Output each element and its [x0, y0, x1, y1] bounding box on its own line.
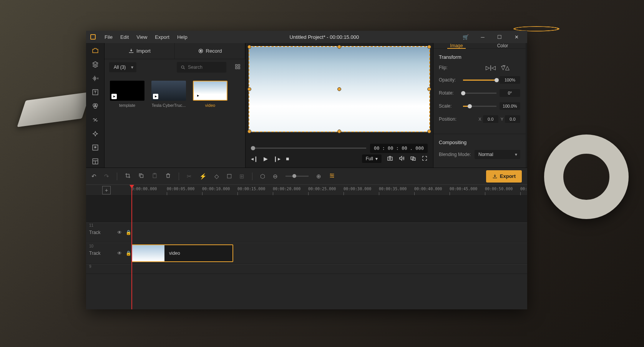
resize-handle[interactable]	[427, 130, 431, 133]
tab-color[interactable]: Color	[480, 43, 526, 48]
add-track-button[interactable]: +	[102, 186, 111, 194]
delete-icon[interactable]	[165, 172, 171, 180]
visibility-icon[interactable]: 👁	[117, 251, 122, 256]
svg-point-8	[181, 66, 184, 68]
scrubber-thumb[interactable]	[251, 146, 255, 150]
opacity-slider[interactable]	[463, 80, 496, 81]
media-label: template	[119, 103, 135, 108]
split-tab-icon[interactable]	[88, 155, 103, 168]
rotate-value[interactable]: 0°	[500, 89, 520, 97]
close-button[interactable]: ✕	[509, 31, 524, 43]
preview-canvas[interactable]	[249, 46, 430, 132]
minimize-button[interactable]: ─	[475, 31, 490, 43]
crop-icon[interactable]	[125, 172, 131, 180]
playhead[interactable]	[131, 185, 132, 309]
menu-export[interactable]: Export	[152, 33, 173, 42]
copy-icon[interactable]	[138, 172, 144, 180]
detach-icon[interactable]	[410, 155, 416, 163]
sidebar	[86, 43, 105, 168]
export-settings-icon[interactable]	[329, 172, 335, 181]
maximize-button[interactable]: ☐	[492, 31, 507, 43]
filters-tab-icon[interactable]	[88, 100, 103, 112]
audio-icon[interactable]	[398, 155, 405, 163]
text-tab-icon[interactable]	[88, 86, 103, 98]
prev-frame-button[interactable]: ◂❙	[251, 156, 258, 162]
media-item-template[interactable]: template	[110, 81, 144, 108]
play-button[interactable]: ▶	[264, 156, 268, 162]
timeline-ruler[interactable]: + 0:00:00.00000:00:05.00000:00:10.00000:…	[86, 185, 527, 196]
stop-button[interactable]: ■	[286, 156, 289, 162]
speed-icon[interactable]: ⚡	[199, 173, 207, 180]
scale-value[interactable]: 100.0%	[500, 102, 520, 110]
next-frame-button[interactable]: ❙▸	[273, 156, 281, 162]
undo-icon[interactable]: ↶	[91, 173, 96, 180]
menu-file[interactable]: File	[101, 33, 116, 42]
templates-tab-icon[interactable]	[88, 141, 103, 154]
resize-handle[interactable]	[427, 87, 431, 91]
app-logo-icon	[89, 33, 97, 41]
svg-point-14	[389, 158, 391, 159]
position-x[interactable]: 0.0	[483, 115, 498, 123]
media-tab-icon[interactable]	[88, 45, 103, 57]
transform-heading: Transform	[439, 54, 520, 60]
position-y[interactable]: 0.0	[505, 115, 520, 123]
zoom-out-icon[interactable]: ⊖	[273, 173, 278, 180]
split-icon[interactable]: ✂	[187, 173, 192, 180]
redo-icon[interactable]: ↷	[104, 173, 109, 180]
audio-tab-icon[interactable]	[88, 72, 103, 85]
zoom-in-icon[interactable]: ⊕	[316, 173, 321, 180]
preview-scrubber[interactable]	[251, 148, 366, 149]
app-window: File Edit View Export Help Untitled Proj…	[86, 31, 527, 309]
export-button[interactable]: Export	[486, 170, 522, 183]
keyframe-icon[interactable]: ◇	[214, 173, 219, 180]
scale-slider[interactable]	[463, 106, 496, 107]
import-button[interactable]: Import	[105, 43, 175, 59]
menu-help[interactable]: Help	[174, 33, 191, 42]
play-badge-icon	[111, 94, 117, 99]
properties-panel: Image Color Transform Flip: ▷|◁ ▽̅△ Opac…	[433, 43, 526, 168]
zoom-slider[interactable]	[285, 176, 309, 177]
resize-handle[interactable]	[337, 45, 341, 49]
record-button[interactable]: Record	[175, 43, 245, 59]
svg-rect-10	[238, 64, 240, 66]
menu-edit[interactable]: Edit	[117, 33, 132, 42]
search-input[interactable]	[188, 65, 222, 70]
rotate-slider[interactable]	[463, 93, 496, 94]
flip-vertical-icon[interactable]: ▽̅△	[501, 65, 510, 71]
grid-view-icon[interactable]	[235, 64, 241, 71]
layers-tab-icon[interactable]	[88, 58, 103, 71]
marker-icon[interactable]: ☐	[227, 173, 232, 180]
search-box[interactable]	[177, 62, 226, 73]
group-icon[interactable]: ⊞	[239, 173, 244, 180]
media-filter-dropdown[interactable]: All (3)	[109, 62, 136, 72]
blend-mode-dropdown[interactable]: Normal	[475, 150, 520, 159]
resize-handle[interactable]	[247, 45, 251, 49]
effects-tab-icon[interactable]	[88, 128, 103, 140]
menu-view[interactable]: View	[133, 33, 150, 42]
visibility-icon[interactable]: 👁	[117, 230, 122, 235]
lock-icon[interactable]: 🔒	[126, 230, 131, 235]
timeline-clip[interactable]: video	[131, 244, 233, 262]
tab-image[interactable]: Image	[433, 43, 480, 48]
media-label: Tesla CyberTruc...	[152, 103, 186, 108]
resize-handle[interactable]	[337, 130, 341, 133]
cart-icon[interactable]: 🛒	[458, 31, 473, 43]
media-item-tesla[interactable]: Tesla CyberTruc...	[151, 81, 186, 108]
opacity-value[interactable]: 100%	[500, 76, 520, 84]
resize-handle[interactable]	[427, 45, 431, 49]
resize-handle[interactable]	[247, 87, 251, 91]
preview-panel: 00 : 00 : 00 . 000 ◂❙ ▶ ❙▸ ■ Full▾	[245, 43, 433, 168]
snapshot-icon[interactable]	[387, 155, 393, 163]
fullscreen-icon[interactable]	[422, 155, 428, 163]
timeline: + 0:00:00.00000:00:05.00000:00:10.00000:…	[86, 184, 527, 309]
center-handle[interactable]	[337, 87, 341, 91]
quality-dropdown[interactable]: Full▾	[362, 154, 382, 163]
paste-icon[interactable]	[152, 172, 158, 180]
snap-icon[interactable]: ⬡	[260, 173, 265, 180]
transitions-tab-icon[interactable]	[88, 114, 103, 126]
lock-icon[interactable]: 🔒	[126, 251, 131, 256]
media-item-video[interactable]: video	[193, 81, 227, 108]
track-label: Track	[89, 230, 101, 235]
flip-horizontal-icon[interactable]: ▷|◁	[486, 65, 496, 71]
resize-handle[interactable]	[247, 130, 251, 133]
